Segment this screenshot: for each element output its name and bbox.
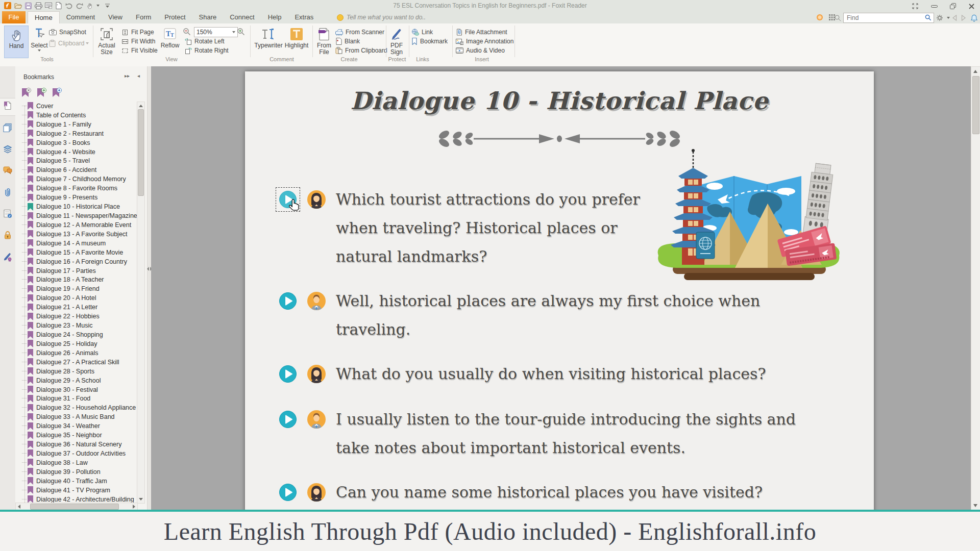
bookmarks-vertical-scrollbar[interactable]: [137, 102, 145, 504]
rotate-right-button[interactable]: Rotate Right: [185, 46, 229, 55]
bookmark-item-dialogue-29-a-school[interactable]: Dialogue 29 - A School: [19, 376, 148, 385]
bookmark-item-dialogue-9-presents[interactable]: Dialogue 9 - Presents: [19, 193, 148, 202]
audio-play-button[interactable]: [279, 484, 297, 501]
document-area[interactable]: Dialogue 10 - Historical Place: [151, 66, 971, 510]
typewriter-button[interactable]: Typewriter: [254, 26, 283, 57]
fullscreen-button[interactable]: [912, 3, 919, 9]
bookmark-item-dialogue-25-holiday[interactable]: Dialogue 25 - Holiday: [19, 339, 148, 348]
foxit-macaron-icon[interactable]: [817, 14, 823, 20]
snapshot-button[interactable]: SnapShot: [49, 28, 86, 37]
zoom-out-button[interactable]: [183, 28, 191, 36]
bookmark-item-dialogue-27-a-practical-skill[interactable]: Dialogue 27 - A Practical Skill: [19, 358, 148, 367]
bookmark-item-dialogue-33-a-music-band[interactable]: Dialogue 33 - A Music Band: [19, 412, 148, 421]
bookmark-item-dialogue-34-weather[interactable]: Dialogue 34 - Weather: [19, 421, 148, 431]
bookmark-item-dialogue-23-music[interactable]: Dialogue 23 - Music: [19, 321, 148, 330]
tab-protect[interactable]: Protect: [158, 11, 192, 23]
search-document-icon[interactable]: [834, 14, 841, 21]
bookmark-item-dialogue-5-travel[interactable]: Dialogue 5 - Travel: [19, 157, 148, 166]
bookmark-item-dialogue-17-parties[interactable]: Dialogue 17 - Parties: [19, 266, 148, 276]
layers-panel-icon[interactable]: [3, 144, 12, 154]
bookmark-item-dialogue-11-newspaper-magazine[interactable]: Dialogue 11 - Newspaper/Magazine: [19, 211, 148, 220]
tab-home[interactable]: Home: [28, 11, 60, 24]
find-previous-icon[interactable]: [952, 15, 957, 21]
bookmarks-expand-icon[interactable]: ▸▸: [125, 73, 130, 79]
tab-view[interactable]: View: [102, 11, 129, 23]
blank-button[interactable]: Blank: [335, 37, 360, 46]
pages-panel-icon[interactable]: [3, 123, 12, 132]
bookmark-item-dialogue-21-a-letter[interactable]: Dialogue 21 - A Letter: [19, 303, 148, 312]
zoom-level-combo[interactable]: 150%: [194, 27, 238, 37]
bookmark-item-dialogue-24-shopping[interactable]: Dialogue 24 - Shopping: [19, 330, 148, 339]
bookmarks-vscroll-thumb[interactable]: [138, 109, 144, 196]
file-attachment-button[interactable]: File Attachment: [456, 28, 507, 37]
bookmark-item-dialogue-7-childhood-memory[interactable]: Dialogue 7 - Childhood Memory: [19, 174, 148, 184]
bookmark-button[interactable]: Bookmark: [411, 37, 448, 46]
image-annotation-button[interactable]: Image Annotation: [456, 37, 513, 46]
bookmark-item-dialogue-28-sports[interactable]: Dialogue 28 - Sports: [19, 367, 148, 376]
audio-play-button[interactable]: [279, 411, 297, 428]
signatures-panel-icon[interactable]: [3, 253, 12, 262]
from-file-button[interactable]: From File: [314, 26, 334, 57]
bookmark-item-dialogue-1-family[interactable]: Dialogue 1 - Family: [19, 120, 148, 129]
audio-play-button[interactable]: [279, 365, 297, 383]
bookmark-item-dialogue-10-historical-place[interactable]: Dialogue 10 - Historical Place: [19, 202, 148, 211]
tab-connect[interactable]: Connect: [223, 11, 261, 23]
bookmarks-hscroll-thumb[interactable]: [30, 504, 119, 510]
link-button[interactable]: Link: [411, 28, 433, 37]
document-vscroll-thumb[interactable]: [972, 76, 979, 134]
bookmark-item-dialogue-41-tv-program[interactable]: Dialogue 41 - TV Program: [19, 486, 148, 495]
document-vertical-scrollbar[interactable]: [971, 66, 980, 511]
tell-me-box[interactable]: Tell me what you want to do..: [337, 11, 426, 23]
fit-visible-button[interactable]: Fit Visible: [121, 46, 158, 55]
find-next-icon[interactable]: [961, 15, 966, 21]
bookmark-item-table-of-contents[interactable]: Table of Contents: [19, 111, 148, 120]
from-scanner-button[interactable]: From Scanner: [335, 28, 384, 37]
restore-button[interactable]: [949, 3, 957, 9]
bookmark-item-dialogue-22-hobbies[interactable]: Dialogue 22 - Hobbies: [19, 312, 148, 321]
bookmark-item-dialogue-13-a-favorite-subject[interactable]: Dialogue 13 - A Favorite Subject: [19, 230, 148, 239]
goto-bookmark-button[interactable]: [52, 88, 62, 99]
bookmark-item-dialogue-31-food[interactable]: Dialogue 31 - Food: [19, 394, 148, 404]
pdf-sign-button[interactable]: PDF Sign: [386, 26, 407, 57]
actual-size-button[interactable]: Actual Size: [93, 26, 120, 57]
bookmark-item-dialogue-19-a-friend[interactable]: Dialogue 19 - A Friend: [19, 284, 148, 293]
bookmark-item-dialogue-40-traffic-jam[interactable]: Dialogue 40 - Traffic Jam: [19, 477, 148, 486]
bookmark-item-dialogue-30-festival[interactable]: Dialogue 30 - Festival: [19, 385, 148, 394]
fit-width-button[interactable]: Fit Width: [121, 37, 155, 46]
tab-share[interactable]: Share: [192, 11, 224, 23]
attachments-panel-icon[interactable]: [3, 188, 12, 197]
select-button[interactable]: Select: [28, 26, 51, 57]
bookmark-item-dialogue-26-animals[interactable]: Dialogue 26 - Animals: [19, 348, 148, 358]
tab-form[interactable]: Form: [129, 11, 158, 23]
find-input[interactable]: [843, 13, 934, 23]
clipboard-button[interactable]: Clipboard: [49, 39, 89, 48]
add-bookmark-button[interactable]: [37, 88, 47, 99]
bookmark-item-dialogue-8-favorite-rooms[interactable]: Dialogue 8 - Favorite Rooms: [19, 184, 148, 193]
reflow-button[interactable]: TT Reflow: [158, 26, 182, 57]
minimize-button[interactable]: [930, 3, 938, 9]
bookmark-item-dialogue-36-natural-scenery[interactable]: Dialogue 36 - Natural Scenery: [19, 440, 148, 449]
tab-help[interactable]: Help: [261, 11, 288, 23]
bookmark-item-dialogue-4-website[interactable]: Dialogue 4 - Website: [19, 147, 148, 157]
bookmark-item-dialogue-39-pollution[interactable]: Dialogue 39 - Pollution: [19, 467, 148, 477]
hand-button[interactable]: Hand: [4, 26, 29, 58]
bookmark-item-dialogue-37-outdoor-activities[interactable]: Dialogue 37 - Outdoor Activities: [19, 449, 148, 458]
delete-bookmark-button[interactable]: [21, 88, 32, 99]
comments-panel-icon[interactable]: [3, 166, 12, 175]
tab-extras[interactable]: Extras: [288, 11, 320, 23]
bookmark-item-dialogue-12-a-memorable-event[interactable]: Dialogue 12 - A Memorable Event: [19, 220, 148, 230]
audio-video-button[interactable]: Audio & Video: [456, 46, 505, 55]
security-panel-icon[interactable]: [3, 231, 12, 240]
bookmark-item-dialogue-3-books[interactable]: Dialogue 3 - Books: [19, 138, 148, 147]
fit-page-button[interactable]: Fit Page: [121, 28, 154, 37]
zoom-in-button[interactable]: [237, 28, 245, 36]
bookmark-item-dialogue-38-law[interactable]: Dialogue 38 - Law: [19, 458, 148, 467]
rotate-left-button[interactable]: Rotate Left: [185, 37, 225, 46]
find-options-gear-icon[interactable]: [936, 14, 943, 21]
bookmarks-collapse-icon[interactable]: ◂: [137, 73, 140, 79]
bookmarks-panel-icon[interactable]: [3, 101, 12, 110]
bookmark-item-dialogue-20-a-hotel[interactable]: Dialogue 20 - A Hotel: [19, 293, 148, 303]
bookmark-item-dialogue-2-restaurant[interactable]: Dialogue 2 - Restaurant: [19, 129, 148, 138]
fields-panel-icon[interactable]: [3, 209, 12, 218]
find-magnifier-icon[interactable]: [925, 14, 932, 21]
